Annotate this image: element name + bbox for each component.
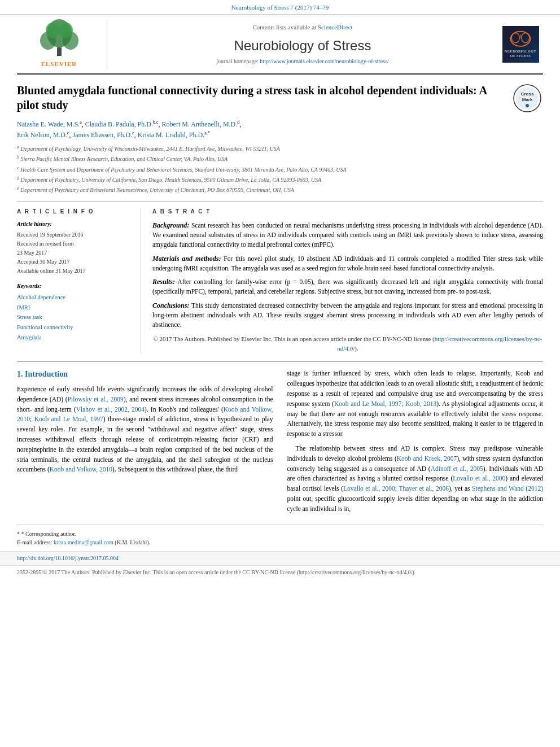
author-eliassen-link[interactable]: James Eliassen, Ph.D. (73, 131, 133, 139)
elsevier-tree-icon (37, 19, 82, 59)
science-direct-info: Contents lists available at ScienceDirec… (252, 23, 352, 32)
bottom-text: 2352-2895/© 2017 The Authors. Published … (17, 569, 415, 575)
abstract-heading: A B S T R A C T (152, 208, 543, 216)
background-para: Background: Scant research has been cond… (152, 220, 543, 250)
article-info-heading: A R T I C L E I N F O (17, 208, 132, 216)
methods-para: Materials and methods: For this novel pi… (152, 254, 543, 274)
svg-point-13 (526, 104, 529, 107)
author-nelson-link[interactable]: Erik Nelson, M.D. (17, 131, 67, 139)
corresponding-label: * Corresponding author. (21, 531, 76, 537)
crossmark-logo[interactable]: Cross Mark (512, 83, 543, 114)
logo-text: NEUROBIOLOGYOF STRESS (505, 50, 536, 58)
body-content: 1. Introduction Experience of early stre… (17, 361, 543, 518)
science-direct-link[interactable]: ScienceDirect (318, 24, 353, 30)
background-label: Background: (152, 221, 189, 229)
author-wade-link[interactable]: Natasha E. Wade, M.S. (17, 120, 80, 128)
intro-col1-text: Experience of early stressful life event… (17, 385, 273, 475)
copyright-text: © 2017 The Authors. Published by Elsevie… (152, 334, 543, 353)
koob-volkow2-link[interactable]: Koob and Volkow, 2010 (50, 466, 112, 473)
journal-header: ELSEVIER Contents lists available at Sci… (17, 15, 543, 74)
email-link[interactable]: krista.medina@gmail.com (54, 539, 113, 545)
email-note: E-mail address: krista.medina@gmail.com … (17, 538, 543, 547)
article-content: Blunted amygdala functional connectivity… (17, 75, 543, 353)
footer-section: * * Corresponding author. E-mail address… (17, 525, 543, 547)
email-label: E-mail address: (17, 539, 52, 545)
lovallo2-link[interactable]: Lovallo et al., 2000; Thayer et al., 200… (343, 485, 449, 492)
intro-p2: stage is further influenced by stress, w… (287, 369, 544, 439)
affiliation-c: c Health Care System and Department of P… (17, 165, 543, 174)
affiliation-e: e Department of Psychiatry and Behaviora… (17, 185, 543, 194)
author-wade: Natasha E. Wade, M.S.a, Claudia B. Padul… (17, 120, 241, 128)
svg-rect-0 (57, 47, 62, 56)
abstract-text: Background: Scant research has been cond… (152, 220, 543, 353)
crossmark-icon: Cross Mark (512, 83, 543, 114)
adinoff-link[interactable]: Adinoff et al., 2005 (431, 465, 483, 472)
affiliation-b: b Sierra Pacific Mental Illness Research… (17, 154, 543, 163)
intro-p1: Experience of early stressful life event… (17, 385, 273, 475)
background-text: Scant research has been conducted on neu… (152, 222, 543, 248)
svg-text:Cross: Cross (521, 91, 534, 97)
email-name: (K.M. Lisdahl). (115, 539, 150, 545)
homepage-label: journal homepage: (216, 58, 259, 64)
author-padula-link[interactable]: Claudia B. Padula, Ph.D. (85, 120, 153, 128)
svg-point-7 (511, 33, 519, 43)
neurobiology-stress-logo: NEUROBIOLOGYOF STRESS (502, 26, 539, 63)
journal-homepage: journal homepage: http://www.journals.el… (216, 58, 389, 65)
results-para: Results: After controlling for family-wi… (152, 277, 543, 297)
conclusions-text: This study demonstrated decreased connec… (152, 302, 543, 329)
elsevier-branding: ELSEVIER (17, 19, 107, 68)
affiliations-section: a Department of Psychology, University o… (17, 144, 543, 195)
corresponding-note: * * Corresponding author. (17, 530, 543, 538)
stephens-wand-link[interactable]: Stephens and Wand (2012) (472, 485, 543, 492)
brain-icon (506, 30, 535, 50)
elsevier-logo: ELSEVIER (37, 19, 82, 68)
affiliation-a: a Department of Psychology, University o… (17, 144, 543, 153)
svg-text:Mark: Mark (522, 97, 533, 102)
body-col-left: 1. Introduction Experience of early stre… (17, 369, 273, 518)
koob-lemoal-link[interactable]: Koob and Le Moal, 1997 (34, 416, 103, 422)
abstract-col: A B S T R A C T Background: Scant resear… (152, 208, 543, 353)
svg-point-5 (59, 23, 73, 38)
intro-col2-text: stage is further influenced by stress, w… (287, 369, 544, 514)
results-label: Results: (152, 278, 175, 286)
citation-bar: Neurobiology of Stress 7 (2017) 74–79 (0, 0, 560, 15)
revised-date: 23 May 2017 (17, 248, 132, 257)
author-anthenelli-link[interactable]: Robert M. Anthenelli, M.D. (162, 120, 238, 128)
koob-kreek-link[interactable]: Koob and Kreek, 2007 (397, 455, 457, 462)
body-col-right: stage is further influenced by stress, w… (287, 369, 544, 518)
keywords-section: Keywords: Alcohol dependence fMRI Stress… (17, 282, 132, 343)
author-lisdahl-link[interactable]: Krista M. Lisdahl, Ph.D. (138, 131, 204, 139)
available-date: Available online 31 May 2017 (17, 267, 132, 276)
article-history: Article history: Received 19 September 2… (17, 220, 132, 276)
contents-label: Contents lists available at (252, 24, 316, 30)
citation-text: Neurobiology of Stress 7 (2017) 74–79 (231, 4, 329, 11)
conclusions-para: Conclusions: This study demonstrated dec… (152, 300, 543, 330)
intro-p3: The relationship between stress and AD i… (287, 444, 544, 514)
pilowsky-link[interactable]: Pilowsky et al., 2009 (68, 396, 124, 403)
keyword-2: fMRI (17, 303, 132, 313)
vlahov-link[interactable]: Vlahov et al., 2002, 2004 (76, 406, 145, 413)
doi-bar: http://dx.doi.org/10.1016/j.ynstr.2017.0… (0, 551, 560, 565)
body-two-col: 1. Introduction Experience of early stre… (17, 369, 543, 518)
affiliation-d: d Department of Psychiatry, University o… (17, 175, 543, 184)
bottom-bar: 2352-2895/© 2017 The Authors. Published … (0, 565, 560, 579)
koob-lemoal2-link[interactable]: Koob and Le Moal, 1997; Koob, 2013 (334, 400, 436, 407)
keyword-4: Functional connectivity (17, 322, 132, 333)
svg-point-4 (46, 23, 59, 38)
results-text: After controlling for family-wise error … (152, 278, 543, 295)
article-title: Blunted amygdala functional connectivity… (17, 83, 543, 112)
homepage-url[interactable]: http://www.journals.elsevier.com/neurobi… (260, 58, 388, 64)
lovallo-link[interactable]: Lovallo et al., 2000 (453, 475, 505, 482)
methods-label: Materials and methods: (152, 255, 221, 263)
revised-label: Received in revised form (17, 239, 132, 248)
elsevier-label: ELSEVIER (41, 60, 77, 68)
info-abstract-section: A R T I C L E I N F O Article history: R… (17, 202, 543, 353)
article-info-col: A R T I C L E I N F O Article history: R… (17, 208, 141, 353)
keywords-label: Keywords: (17, 282, 132, 290)
license-link[interactable]: http://creativecommons.org/licenses/by-n… (337, 335, 542, 352)
keyword-1: Alcohol dependence (17, 292, 132, 303)
journal-info: Contents lists available at ScienceDirec… (107, 19, 498, 68)
doi-link[interactable]: http://dx.doi.org/10.1016/j.ynstr.2017.0… (17, 555, 119, 561)
svg-point-8 (522, 33, 530, 43)
keyword-3: Stress task (17, 312, 132, 322)
